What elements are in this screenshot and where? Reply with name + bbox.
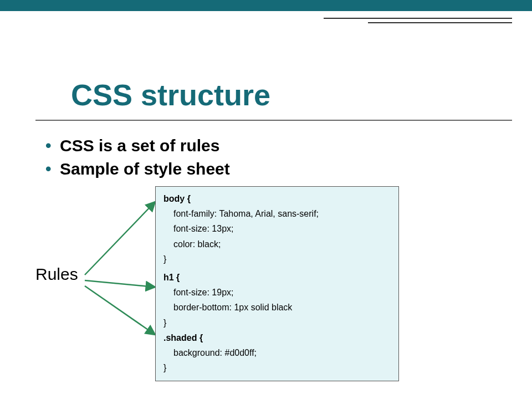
code-brace: } [163,315,391,330]
bullet-item: CSS is a set of rules [35,134,512,157]
code-property: color: black; [163,237,391,252]
bullet-item: Sample of style sheet [35,157,512,181]
svg-line-3 [85,286,155,335]
code-sample: body { font-family: Tahoma, Arial, sans-… [155,186,399,381]
code-brace: } [163,360,391,375]
code-property: font-size: 19px; [163,285,391,300]
code-selector: .shaded { [163,330,391,345]
code-property: border-bottom: 1px solid black [163,300,391,315]
code-property: font-family: Tahoma, Arial, sans-serif; [163,206,391,221]
code-property: font-size: 13px; [163,221,391,236]
code-selector: h1 { [163,270,391,285]
slide-content: CSS is a set of rules Sample of style sh… [0,121,532,181]
code-brace: } [163,252,391,267]
code-selector: body { [163,191,391,206]
header-bar [0,0,532,11]
slide-title: CSS structure [35,11,512,121]
svg-line-2 [85,280,155,287]
code-property: background: #d0d0ff; [163,345,391,360]
bullet-list: CSS is a set of rules Sample of style sh… [35,134,512,181]
decorative-lines [324,18,512,27]
svg-line-1 [85,202,155,275]
rules-label: Rules [35,265,78,284]
